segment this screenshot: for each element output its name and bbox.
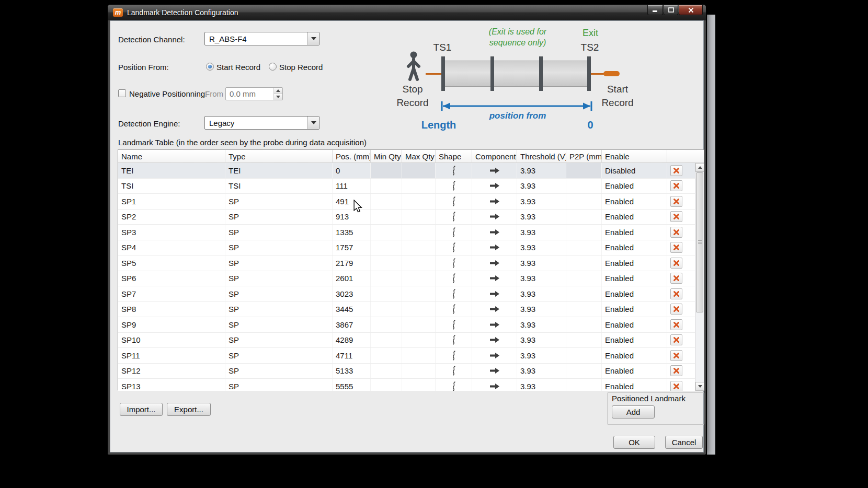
delete-row-button[interactable] — [670, 350, 682, 361]
table-row[interactable]: SP1SP4913.93Enabled — [118, 194, 696, 210]
scrollbar-up-button[interactable] — [695, 163, 704, 172]
row-filler — [686, 210, 696, 225]
row-name: SP1 — [118, 194, 225, 209]
delete-cell — [667, 286, 686, 301]
row-max-qty — [402, 333, 436, 348]
detection-engine-value: Legacy — [205, 119, 307, 127]
tube-sheet-ts2 — [587, 56, 591, 91]
detection-channel-select[interactable]: R_ABS-F4 — [204, 32, 319, 45]
column-header-threshold[interactable]: Threshold (V) — [517, 150, 566, 163]
column-header-max-qty[interactable]: Max Qty — [402, 150, 436, 163]
dropdown-button[interactable] — [307, 117, 319, 129]
table-row[interactable]: SP9SP38673.93Enabled — [118, 317, 696, 333]
row-p2p — [566, 194, 602, 209]
table-row[interactable]: SP11SP47113.93Enabled — [118, 348, 696, 364]
scrollbar-down-button[interactable] — [695, 382, 704, 391]
orange-x-icon — [673, 306, 680, 312]
row-name: SP10 — [118, 333, 225, 348]
radio-stop-record[interactable] — [269, 63, 277, 71]
row-pos: 3867 — [333, 317, 371, 332]
person-icon — [405, 51, 422, 82]
close-button[interactable] — [679, 5, 703, 15]
table-row[interactable]: SP6SP26013.93Enabled — [118, 271, 696, 287]
minimize-button[interactable] — [647, 5, 663, 15]
column-header-shape[interactable]: Shape — [436, 150, 472, 163]
delete-row-button[interactable] — [670, 211, 682, 222]
delete-row-button[interactable] — [670, 180, 682, 191]
row-filler — [686, 348, 696, 363]
table-row[interactable]: SP3SP13353.93Enabled — [118, 225, 696, 240]
delete-row-button[interactable] — [670, 365, 682, 376]
maximize-button[interactable] — [664, 5, 678, 15]
delete-row-button[interactable] — [670, 304, 682, 315]
row-threshold: 3.93 — [517, 255, 566, 271]
chevron-up-icon — [276, 89, 280, 92]
dropdown-button[interactable] — [307, 32, 319, 45]
delete-cell — [667, 271, 686, 286]
table-row[interactable]: SP2SP9133.93Enabled — [118, 210, 696, 225]
table-scrollbar[interactable] — [695, 163, 704, 391]
table-row[interactable]: SP4SP17573.93Enabled — [118, 240, 696, 256]
negative-positioning-checkbox[interactable] — [118, 89, 126, 97]
table-row[interactable]: SP7SP30233.93Enabled — [118, 286, 696, 302]
delete-row-button[interactable] — [670, 273, 682, 284]
row-threshold: 3.93 — [517, 364, 566, 379]
table-row[interactable]: SP12SP51333.93Enabled — [118, 364, 696, 379]
spinner-down-button[interactable] — [274, 94, 282, 100]
table-row[interactable]: SP13SP55553.93Enabled — [118, 379, 696, 391]
component-cell — [472, 348, 517, 363]
row-enable: Enabled — [602, 348, 667, 363]
table-row[interactable]: SP5SP21793.93Enabled — [118, 255, 696, 271]
delete-row-button[interactable] — [670, 334, 682, 345]
component-cell — [472, 302, 517, 317]
row-name: SP2 — [118, 210, 225, 225]
column-header-p2p[interactable]: P2P (mm) — [566, 150, 602, 163]
radio-start-record[interactable] — [206, 63, 214, 71]
row-filler — [686, 163, 696, 178]
row-min-qty — [371, 379, 402, 391]
spinner-up-button[interactable] — [274, 88, 282, 94]
delete-row-button[interactable] — [670, 165, 682, 176]
orange-x-icon — [673, 291, 680, 297]
radio-stop-record-label[interactable]: Stop Record — [279, 63, 323, 72]
row-min-qty — [371, 271, 402, 286]
delete-row-button[interactable] — [670, 258, 682, 269]
vertical-wave-icon — [451, 166, 456, 176]
vertical-wave-icon — [451, 304, 456, 314]
negative-position-spinner[interactable]: 0.0 mm — [225, 87, 283, 100]
row-p2p — [566, 225, 602, 240]
delete-row-button[interactable] — [670, 319, 682, 330]
column-header-min-qty[interactable]: Min Qty — [371, 150, 402, 163]
start-record-label: Start Record — [601, 83, 633, 110]
column-header-enable[interactable]: Enable — [602, 150, 667, 163]
table-row[interactable]: SP8SP34453.93Enabled — [118, 302, 696, 318]
from-label: From — [205, 89, 223, 98]
scrollbar-thumb[interactable] — [696, 172, 703, 312]
delete-row-button[interactable] — [670, 196, 682, 207]
delete-row-button[interactable] — [670, 227, 682, 238]
cancel-button[interactable]: Cancel — [665, 436, 703, 449]
export-button[interactable]: Export... — [167, 403, 211, 416]
delete-row-button[interactable] — [670, 242, 682, 253]
row-p2p — [566, 179, 602, 194]
negative-positioning-label[interactable]: Negative Positionning: — [129, 89, 207, 98]
table-row[interactable]: SP10SP42893.93Enabled — [118, 333, 696, 348]
column-header-name[interactable]: Name — [118, 150, 225, 163]
detection-engine-select[interactable]: Legacy — [204, 116, 319, 130]
radio-start-record-label[interactable]: Start Record — [216, 63, 260, 72]
column-header-component[interactable]: Component — [472, 150, 517, 163]
title-bar[interactable]: m Landmark Detection Configuration — [108, 5, 706, 20]
delete-row-button[interactable] — [670, 381, 682, 391]
table-row[interactable]: TSITSI1113.93Enabled — [118, 179, 696, 194]
add-button[interactable]: Add — [612, 405, 655, 419]
delete-row-button[interactable] — [670, 288, 682, 299]
ok-button[interactable]: OK — [613, 436, 655, 449]
row-threshold: 3.93 — [517, 163, 566, 178]
table-row[interactable]: TEITEI03.93Disabled — [118, 163, 696, 179]
row-min-qty — [371, 348, 402, 363]
column-header-pos[interactable]: Pos. (mm) — [333, 150, 371, 163]
orange-x-icon — [673, 352, 680, 359]
import-button[interactable]: Import... — [120, 403, 163, 416]
chevron-down-icon — [311, 37, 316, 40]
column-header-type[interactable]: Type — [225, 150, 333, 163]
